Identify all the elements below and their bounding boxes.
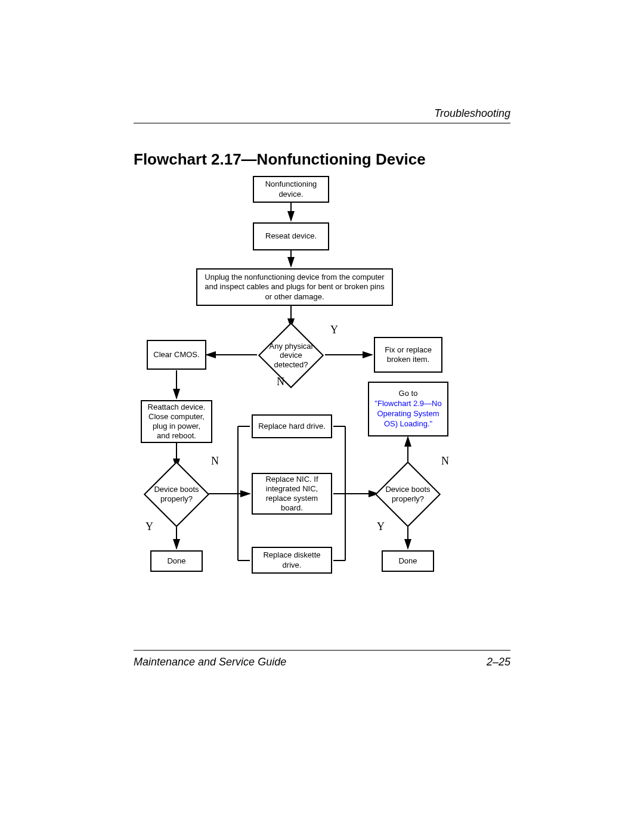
node-replace-hd: Replace hard drive. [252, 414, 332, 438]
label-y-1: Y [330, 324, 338, 336]
footer-left: Maintenance and Service Guide [134, 656, 286, 668]
label-y-left: Y [145, 521, 153, 533]
node-clear-cmos: Clear CMOS. [147, 340, 206, 370]
header-rule [134, 123, 510, 123]
flowchart: Nonfunctioning device. Reseat device. Un… [134, 176, 510, 617]
goto-prefix: Go to [399, 389, 418, 398]
page-title: Flowchart 2.17—Nonfunctioning Device [134, 150, 426, 169]
footer-right: 2–25 [487, 656, 510, 668]
node-replace-diskette: Replace diskette drive. [252, 547, 332, 574]
node-start: Nonfunctioning device. [253, 176, 329, 203]
node-replace-nic: Replace NIC. If integrated NIC, replace … [252, 473, 332, 515]
node-fix-replace: Fix or replace broken item. [374, 337, 442, 373]
page: Troubleshooting Flowchart 2.17—Nonfuncti… [0, 0, 644, 833]
goto-link[interactable]: "Flowchart 2.9—No Operating System OS) L… [374, 399, 441, 428]
decision-physical-device: Any physical device detected? [261, 330, 321, 381]
footer-rule [134, 650, 510, 651]
label-n-left: N [211, 455, 219, 467]
decision-boots-right: Device boots properly? [378, 467, 438, 522]
label-n-right: N [441, 455, 449, 467]
node-goto: Go to "Flowchart 2.9—No Operating System… [368, 382, 448, 436]
node-unplug: Unplug the nonfunctioning device from th… [196, 268, 393, 306]
label-n-1: N [277, 376, 284, 388]
node-reseat: Reseat device. [253, 222, 329, 250]
node-done-left: Done [150, 550, 203, 572]
node-done-right: Done [382, 550, 434, 572]
header-section-label: Troubleshooting [434, 107, 510, 120]
decision-boots-left: Device boots properly? [147, 467, 206, 522]
node-reattach: Reattach device. Close computer, plug in… [141, 400, 212, 443]
label-y-right: Y [377, 521, 385, 533]
